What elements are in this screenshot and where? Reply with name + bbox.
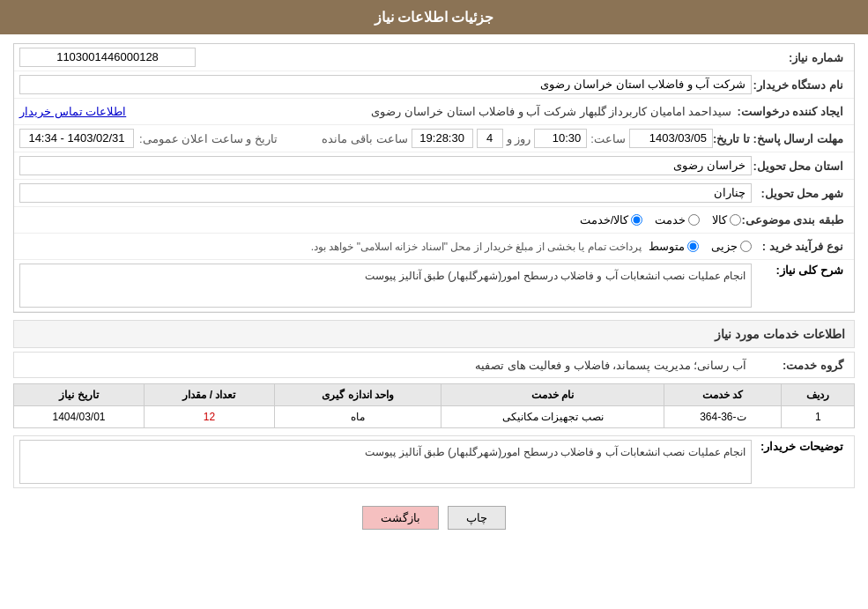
nam-dastgah-value: شرکت آب و فاضلاب استان خراسان رضوی: [19, 75, 752, 94]
mande-value: 19:28:30: [412, 129, 473, 148]
tabaqe-label: طبقه بندی موضوعی:: [741, 213, 849, 227]
tozihat-box: انجام عملیات نصب انشعابات آب و فاضلاب در…: [19, 440, 752, 484]
cell-nam: نصب تجهیزات مکانیکی: [441, 406, 664, 428]
ostan-row: استان محل تحویل: خراسان رضوی: [14, 152, 854, 180]
faravanad-label: نوع فرآیند خرید :: [752, 240, 849, 253]
shomara-niaz-row: شماره نیاز: 1103001446000128: [14, 44, 854, 71]
saat-value: 10:30: [534, 129, 587, 148]
faravanad-radio-motovaset[interactable]: [687, 241, 699, 252]
nam-dastgah-label: نام دستگاه خریدار:: [752, 78, 849, 92]
faravanad-option-motovaset[interactable]: متوسط: [649, 240, 699, 253]
tabaqe-option-khedmat[interactable]: خدمت: [655, 213, 700, 227]
ejad-konande-link[interactable]: اطلاعات تماس خریدار: [19, 105, 126, 118]
tabaqe-label-khedmat: خدمت: [655, 213, 686, 227]
page-header: جزئیات اطلاعات نیاز: [0, 0, 868, 34]
group-row: گروه خدمت: آب رسانی؛ مدیریت پسماند، فاضل…: [13, 352, 855, 378]
sharh-niaz-label: شرح کلی نیاز:: [752, 264, 849, 277]
saat-mande-label: ساعت باقی مانده: [322, 132, 407, 145]
sharh-niaz-value: انجام عملیات نصب انشعابات آب و فاضلاب در…: [19, 264, 752, 308]
faravanad-radio-jozi[interactable]: [740, 241, 752, 252]
table-row: 1 ت-36-364 نصب تجهیزات مکانیکی ماه 12 14…: [14, 406, 855, 428]
service-table: ردیف کد خدمت نام خدمت واحد اندازه گیری ت…: [13, 383, 855, 428]
faravanad-row: نوع فرآیند خرید : جزیی متوسط پرداخت تمام…: [14, 234, 854, 260]
tabaqe-label-kala-khedmat: کالا/خدمت: [580, 213, 629, 227]
faravanad-desc: پرداخت تمام یا بخشی از مبلغ خریدار از مح…: [311, 241, 642, 253]
shahr-label: شهر محل تحویل:: [752, 187, 849, 200]
tabaqe-radio-group: کالا خدمت کالا/خدمت: [580, 213, 742, 227]
cell-radif: 1: [782, 406, 855, 428]
ejad-konande-row: ایجاد کننده درخواست: سیداحمد امامیان کار…: [14, 99, 854, 125]
tarikh-value: 1403/03/05: [629, 129, 713, 148]
shahr-row: شهر محل تحویل: چناران: [14, 180, 854, 207]
mohlat-row: مهلت ارسال پاسخ: تا تاریخ: 1403/03/05 سا…: [14, 125, 854, 152]
nam-dastgah-row: نام دستگاه خریدار: شرکت آب و فاضلاب استا…: [14, 71, 854, 99]
cell-tedad: 12: [145, 406, 275, 428]
main-form: شماره نیاز: 1103001446000128 نام دستگاه …: [13, 43, 855, 313]
tozihat-label: توضیحات خریدار:: [752, 440, 849, 453]
faravanad-radio-group: جزیی متوسط: [649, 240, 752, 253]
sharh-niaz-row: شرح کلی نیاز: انجام عملیات نصب انشعابات …: [14, 260, 854, 312]
back-button[interactable]: بازگشت: [362, 506, 439, 530]
ostan-value: خراسان رضوی: [19, 156, 752, 175]
print-button[interactable]: چاپ: [448, 506, 506, 530]
ejad-konande-value: سیداحمد امامیان کاربرداز گلبهار شرکت آب …: [126, 105, 737, 118]
buttons-row: چاپ بازگشت: [13, 495, 855, 540]
th-nam: نام خدمت: [441, 384, 664, 406]
faravanad-option-jozi[interactable]: جزیی: [711, 240, 752, 253]
tabaqe-option-kala-khedmat[interactable]: کالا/خدمت: [580, 213, 643, 227]
ejad-konande-label: ایجاد کننده درخواست:: [737, 105, 849, 118]
cell-kod: ت-36-364: [664, 406, 782, 428]
th-vahed: واحد اندازه گیری: [274, 384, 441, 406]
cell-vahed: ماه: [274, 406, 441, 428]
saat-label: ساعت:: [590, 132, 626, 145]
th-radif: ردیف: [782, 384, 855, 406]
tabaqe-option-kala[interactable]: کالا: [712, 213, 741, 227]
group-value: آب رسانی؛ مدیریت پسماند، فاضلاب و فعالیت…: [19, 359, 752, 372]
tabaqe-row: طبقه بندی موضوعی: کالا خدمت کالا/خدمت: [14, 207, 854, 234]
tabaqe-radio-khedmat[interactable]: [688, 214, 700, 226]
header-title: جزئیات اطلاعات نیاز: [375, 10, 494, 25]
main-content: شماره نیاز: 1103001446000128 نام دستگاه …: [0, 34, 868, 549]
faravanad-label-jozi: جزیی: [711, 240, 738, 253]
mohlat-label: مهلت ارسال پاسخ: تا تاریخ:: [713, 132, 849, 145]
group-label: گروه خدمت:: [752, 359, 849, 372]
tarikh-elaan-label: تاریخ و ساعت اعلان عمومی:: [139, 132, 278, 145]
faravanad-label-motovaset: متوسط: [649, 240, 685, 253]
shahr-value: چناران: [19, 183, 752, 203]
tabaqe-radio-kala-khedmat[interactable]: [631, 214, 642, 226]
tozihat-value: انجام عملیات نصب انشعابات آب و فاضلاب در…: [19, 440, 752, 484]
th-tedad: تعداد / مقدار: [145, 384, 275, 406]
roz-value: 4: [477, 129, 503, 148]
roz-label: روز و: [507, 132, 531, 145]
shomara-niaz-label: شماره نیاز:: [752, 51, 849, 64]
shomara-niaz-value: 1103001446000128: [19, 48, 196, 67]
tarikh-elaan-value: 1403/02/31 - 14:34: [19, 129, 134, 148]
cell-tarikh: 1404/03/01: [14, 406, 145, 428]
th-tarikh: تاریخ نیاز: [14, 384, 145, 406]
page-wrapper: جزئیات اطلاعات نیاز شماره نیاز: 11030014…: [0, 0, 868, 609]
tabaqe-radio-kala[interactable]: [730, 214, 741, 226]
services-header: اطلاعات خدمات مورد نیاز: [13, 320, 855, 348]
tabaqe-label-kala: کالا: [712, 213, 727, 227]
tozihat-row: توضیحات خریدار: انجام عملیات نصب انشعابا…: [13, 435, 855, 488]
th-kod: کد خدمت: [664, 384, 782, 406]
ostan-label: استان محل تحویل:: [752, 160, 849, 173]
